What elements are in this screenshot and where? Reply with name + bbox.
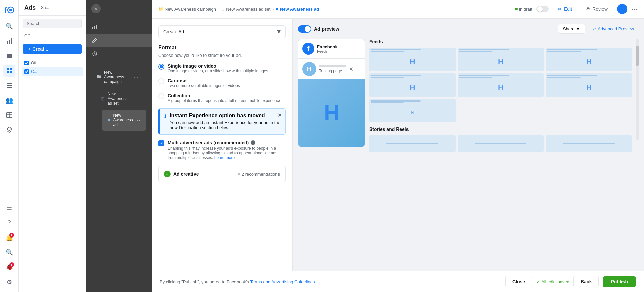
breadcrumb: 📁 New Awareness campaign › ⊞ New Awarene… <box>158 7 319 12</box>
preview-scrollbar[interactable] <box>636 39 639 140</box>
overlay-items <box>86 17 152 63</box>
bottom-terms: By clicking "Publish", you agree to Face… <box>160 279 317 284</box>
draft-dot <box>515 8 518 10</box>
sidebar-icon-chart[interactable] <box>3 35 15 47</box>
tree-item-ad[interactable]: ■ New Awareness ad ⋯ <box>102 110 146 131</box>
overlay-item-edit[interactable] <box>86 34 152 47</box>
multi-advertiser-checkbox[interactable]: ✓ <box>158 140 164 146</box>
banner-close-button[interactable]: ✕ <box>277 112 282 118</box>
svg-rect-19 <box>96 25 97 29</box>
edit-button[interactable]: ✏ Edit <box>553 4 577 14</box>
sidebar-icon-layers[interactable] <box>3 124 15 136</box>
edit-icon: ✏ <box>558 6 562 12</box>
sidebar-icon-menu[interactable]: ☰ <box>3 202 15 214</box>
sidebar-icon-search[interactable]: 🔍 <box>3 20 15 32</box>
info-icon: ℹ <box>164 113 166 119</box>
feed-thumb-5: H <box>458 73 544 97</box>
tree-item-campaign[interactable]: New Awareness campaign ⋯ <box>91 67 146 87</box>
feed-thumb-4: H <box>369 73 456 97</box>
saved-text-label: All edits saved <box>541 279 569 284</box>
create-button-label: Creat... <box>32 46 48 52</box>
back-button[interactable]: Back <box>573 276 599 287</box>
filter-checkbox-2[interactable] <box>24 69 29 74</box>
meta-logo[interactable]: f <box>3 4 15 16</box>
fb-card-names: Facebook Feeds <box>317 44 338 53</box>
format-option-collection-text: Collection A group of items that opens i… <box>168 93 281 103</box>
close-button[interactable]: Close <box>505 276 532 287</box>
thumb-h-logo-6: H <box>586 83 592 92</box>
breadcrumb-adset[interactable]: ⊞ New Awareness ad set <box>221 7 270 12</box>
ad-more-button[interactable]: ⋯ <box>133 116 142 124</box>
tree-item-adset-left: ⊞ New Awareness ad set <box>101 92 131 106</box>
ads-sidebar-header: Ads Sa... <box>19 0 86 16</box>
svg-rect-17 <box>92 27 93 29</box>
format-option-single[interactable]: Single image or video One image or video… <box>158 63 286 73</box>
breadcrumb-ad-label: New Awareness ad <box>280 7 319 12</box>
ad-preview-toggle[interactable] <box>298 25 311 33</box>
filter-checkbox-1[interactable] <box>24 61 29 65</box>
adset-more-button[interactable]: ⋯ <box>131 95 141 103</box>
campaign-more-button[interactable]: ⋯ <box>131 73 141 81</box>
sidebar-icon-bug[interactable]: 🐞 1 <box>3 261 15 273</box>
user-avatar[interactable] <box>617 4 627 14</box>
review-button[interactable]: 👁 Review <box>580 4 613 14</box>
thumb-header-8 <box>371 77 404 78</box>
info-tooltip-icon[interactable]: i <box>251 140 255 145</box>
svg-rect-12 <box>7 85 12 86</box>
format-option-carousel-text: Carousel Two or more scrollable images o… <box>168 78 240 88</box>
advanced-preview-button[interactable]: ⤢ Advanced Preview <box>588 24 639 33</box>
feed-thumb-6-inner: H <box>546 73 632 97</box>
format-option-collection[interactable]: Collection A group of items that opens i… <box>158 93 286 103</box>
feed-thumb-1-inner: H <box>369 48 456 71</box>
sidebar-icon-grid[interactable] <box>3 65 15 77</box>
thumb-header-12 <box>547 77 580 78</box>
preview-label: Ad preview <box>314 26 339 32</box>
share-button[interactable]: Share ▼ <box>558 24 586 34</box>
format-option-carousel[interactable]: Carousel Two or more scrollable images o… <box>158 78 286 88</box>
overlay-close-button[interactable]: ✕ <box>91 4 101 13</box>
edit-label: Edit <box>564 6 572 12</box>
tree-item-ad-left: ■ New Awareness ad <box>108 113 133 127</box>
more-options-button[interactable]: ⋯ <box>631 5 637 13</box>
tree-item-adset[interactable]: ⊞ New Awareness ad set ⋯ <box>95 88 146 109</box>
preview-toggle-small[interactable] <box>536 6 549 12</box>
bottom-bar: By clicking "Publish", you agree to Face… <box>152 271 644 292</box>
sidebar-icon-table[interactable] <box>3 109 15 121</box>
tab-off[interactable]: Off... <box>22 32 36 40</box>
terms-link[interactable]: Terms and Advertising Guidelines <box>250 279 315 284</box>
fb-close-icon[interactable]: ✕ <box>349 66 353 72</box>
banner-body: You can now add an Instant Experience fo… <box>170 120 281 130</box>
ads-title: Ads <box>24 4 36 11</box>
sidebar-icon-people[interactable]: 👥 <box>3 94 15 106</box>
overlay-item-history[interactable] <box>86 47 152 61</box>
svg-rect-8 <box>10 68 12 70</box>
thumb-header-4 <box>459 51 492 52</box>
sidebar-icon-settings[interactable]: ⚙ <box>3 276 15 288</box>
feed-thumb-7-inner: H <box>369 99 456 122</box>
recommendations-badge: 2 recommendations <box>238 172 280 177</box>
ads-search-input[interactable] <box>23 19 82 28</box>
chart-icon <box>91 24 98 30</box>
sidebar-icon-folder[interactable] <box>3 50 15 62</box>
learn-more-link[interactable]: Learn more <box>214 155 235 160</box>
sidebar-icon-notification[interactable]: 🔔 1 <box>3 231 15 244</box>
sidebar-save-button[interactable]: Sa... <box>38 4 52 11</box>
story-line-2 <box>475 143 526 144</box>
sidebar-icon-list[interactable] <box>3 79 15 92</box>
breadcrumb-right: In draft ✏ Edit 👁 Review ⋯ <box>515 4 638 14</box>
create-button[interactable]: + Creat... <box>23 44 82 54</box>
ad-creative-section[interactable]: ✓ Ad creative 2 recommendations <box>158 166 286 182</box>
ads-tabs: Off... <box>19 31 86 41</box>
review-label: Review <box>592 6 608 12</box>
share-chevron-icon: ▼ <box>576 26 580 31</box>
sidebar-icon-help[interactable]: ? <box>3 217 15 229</box>
sidebar-icon-search2[interactable]: 🔍 <box>3 246 15 258</box>
breadcrumb-ad[interactable]: ■ New Awareness ad <box>276 7 319 12</box>
create-ad-dropdown[interactable]: Create Ad <box>158 25 286 38</box>
breadcrumb-campaign[interactable]: 📁 New Awareness campaign <box>158 7 216 12</box>
publish-button[interactable]: Publish <box>603 276 636 287</box>
fb-more-icon[interactable]: ⋮ <box>355 66 361 72</box>
scrollbar-thumb <box>636 46 639 66</box>
overlay-item-chart[interactable] <box>86 20 152 34</box>
fb-platform-name: Facebook <box>317 44 338 49</box>
